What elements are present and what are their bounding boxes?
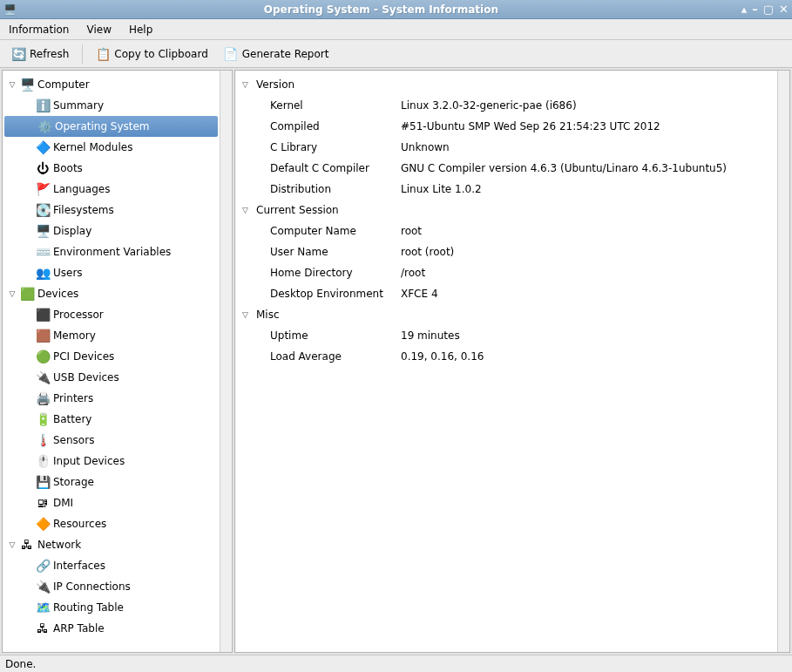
row-distribution[interactable]: Distribution Linux Lite 1.0.2 bbox=[235, 179, 777, 200]
clipboard-icon: 📋 bbox=[96, 47, 110, 61]
row-kernel[interactable]: Kernel Linux 3.2.0-32-generic-pae (i686) bbox=[235, 95, 777, 116]
tree-battery[interactable]: 🔋 Battery bbox=[3, 409, 220, 430]
tree-label: Devices bbox=[36, 288, 78, 300]
row-compiler[interactable]: Default C Compiler GNU C Compiler versio… bbox=[235, 158, 777, 179]
tree-pci-devices[interactable]: 🟢 PCI Devices bbox=[3, 346, 220, 367]
tree-label: ARP Table bbox=[51, 622, 105, 635]
menu-view[interactable]: View bbox=[83, 22, 114, 37]
tree-label: Summary bbox=[51, 99, 104, 112]
users-icon: 👥 bbox=[34, 266, 51, 280]
window-titlebar: 🖥️ Operating System - System Information… bbox=[0, 0, 792, 19]
row-uptime[interactable]: Uptime 19 minutes bbox=[235, 325, 777, 346]
tree-network[interactable]: ▽ 🖧 Network bbox=[3, 534, 220, 555]
status-text: Done. bbox=[5, 658, 36, 670]
tree-dmi[interactable]: 🖳 DMI bbox=[3, 492, 220, 513]
close-button[interactable]: ✕ bbox=[779, 3, 789, 15]
tree-summary[interactable]: ℹ️ Summary bbox=[3, 95, 220, 116]
copy-button[interactable]: 📋 Copy to Clipboard bbox=[90, 44, 213, 64]
tree-label: Network bbox=[36, 539, 81, 551]
navigation-tree-panel: ▽ 🖥️ Computer ℹ️ Summary ⚙️ Operating Sy… bbox=[2, 70, 233, 653]
scrollbar[interactable] bbox=[777, 71, 789, 652]
cpu-icon: ⬛ bbox=[34, 308, 51, 322]
tree-filesystems[interactable]: 💽 Filesystems bbox=[3, 200, 220, 221]
tree-label: Resources bbox=[51, 518, 106, 530]
chip-icon: 🟩 bbox=[18, 287, 36, 301]
expander-icon: ▽ bbox=[6, 540, 18, 549]
tree-users[interactable]: 👥 Users bbox=[3, 262, 220, 283]
info-icon: ℹ️ bbox=[34, 98, 51, 112]
value: /root bbox=[401, 267, 777, 279]
key: Desktop Environment bbox=[270, 288, 401, 300]
module-icon: 🔷 bbox=[34, 140, 51, 154]
tree-sensors[interactable]: 🌡️ Sensors bbox=[3, 430, 220, 451]
tree-boots[interactable]: ⏻ Boots bbox=[3, 158, 220, 179]
row-clibrary[interactable]: C Library Unknown bbox=[235, 137, 777, 158]
tree-label: IP Connections bbox=[51, 580, 131, 593]
tree-ip-connections[interactable]: 🔌 IP Connections bbox=[3, 576, 220, 597]
row-load-average[interactable]: Load Average 0.19, 0.16, 0.16 bbox=[235, 346, 777, 367]
value: GNU C Compiler version 4.6.3 (Ubuntu/Lin… bbox=[401, 162, 777, 174]
collapse-icon: ▽ bbox=[242, 310, 256, 319]
display-icon: 🖥️ bbox=[34, 224, 51, 238]
tree-languages[interactable]: 🚩 Languages bbox=[3, 179, 220, 200]
row-home-directory[interactable]: Home Directory /root bbox=[235, 262, 777, 283]
section-misc[interactable]: ▽ Misc bbox=[235, 304, 777, 325]
tree-label: Environment Variables bbox=[51, 246, 171, 258]
tree-memory[interactable]: 🟫 Memory bbox=[3, 325, 220, 346]
maximize-button[interactable]: ▢ bbox=[763, 3, 774, 15]
row-computer-name[interactable]: Computer Name root bbox=[235, 221, 777, 241]
content-area: ▽ 🖥️ Computer ℹ️ Summary ⚙️ Operating Sy… bbox=[0, 68, 792, 655]
navigation-tree[interactable]: ▽ 🖥️ Computer ℹ️ Summary ⚙️ Operating Sy… bbox=[3, 71, 220, 652]
tree-devices[interactable]: ▽ 🟩 Devices bbox=[3, 283, 220, 304]
section-version[interactable]: ▽ Version bbox=[235, 74, 777, 95]
tree-kernel-modules[interactable]: 🔷 Kernel Modules bbox=[3, 137, 220, 158]
row-user-name[interactable]: User Name root (root) bbox=[235, 241, 777, 262]
key: Uptime bbox=[270, 329, 401, 342]
tree-storage[interactable]: 💾 Storage bbox=[3, 472, 220, 492]
usb-icon: 🔌 bbox=[34, 370, 51, 384]
collapse-icon: ▽ bbox=[242, 80, 256, 89]
scrollbar[interactable] bbox=[220, 71, 232, 652]
generate-report-button[interactable]: 📄 Generate Report bbox=[218, 44, 335, 64]
tree-label: Processor bbox=[51, 309, 104, 321]
battery-icon: 🔋 bbox=[34, 412, 51, 426]
tree-routing-table[interactable]: 🗺️ Routing Table bbox=[3, 597, 220, 618]
value: Linux 3.2.0-32-generic-pae (i686) bbox=[401, 99, 777, 112]
row-compiled[interactable]: Compiled #51-Ubuntu SMP Wed Sep 26 21:54… bbox=[235, 116, 777, 137]
value: XFCE 4 bbox=[401, 288, 777, 300]
tree-usb-devices[interactable]: 🔌 USB Devices bbox=[3, 367, 220, 388]
interface-icon: 🔗 bbox=[34, 559, 51, 573]
tree-label: Users bbox=[51, 267, 83, 279]
row-desktop-environment[interactable]: Desktop Environment XFCE 4 bbox=[235, 283, 777, 304]
tree-operating-system[interactable]: ⚙️ Operating System bbox=[4, 116, 218, 137]
tree-arp-table[interactable]: 🖧 ARP Table bbox=[3, 618, 220, 639]
pci-icon: 🟢 bbox=[34, 350, 51, 363]
details-panel: ▽ Version Kernel Linux 3.2.0-32-generic-… bbox=[234, 70, 790, 653]
tree-label: Interfaces bbox=[51, 560, 105, 572]
arp-icon: 🖧 bbox=[34, 621, 51, 635]
window-title: Operating System - System Information bbox=[21, 3, 741, 16]
flag-icon: 🚩 bbox=[34, 182, 51, 196]
storage-icon: 💾 bbox=[34, 475, 51, 489]
tree-processor[interactable]: ⬛ Processor bbox=[3, 304, 220, 325]
menubar: Information View Help bbox=[0, 19, 792, 40]
minimize-button[interactable]: – bbox=[752, 3, 758, 15]
value: root (root) bbox=[401, 246, 777, 258]
key: Default C Compiler bbox=[270, 162, 401, 174]
power-icon: ⏻ bbox=[34, 161, 51, 175]
tree-display[interactable]: 🖥️ Display bbox=[3, 221, 220, 241]
menu-help[interactable]: Help bbox=[125, 22, 156, 37]
refresh-button[interactable]: 🔄 Refresh bbox=[5, 44, 75, 64]
tree-interfaces[interactable]: 🔗 Interfaces bbox=[3, 555, 220, 576]
shade-button[interactable]: ▴ bbox=[741, 3, 748, 15]
tree-label: PCI Devices bbox=[51, 350, 114, 363]
tree-input-devices[interactable]: 🖱️ Input Devices bbox=[3, 451, 220, 472]
tree-computer[interactable]: ▽ 🖥️ Computer bbox=[3, 74, 220, 95]
tree-printers[interactable]: 🖨️ Printers bbox=[3, 388, 220, 409]
menu-information[interactable]: Information bbox=[5, 22, 72, 37]
section-current-session[interactable]: ▽ Current Session bbox=[235, 200, 777, 221]
tree-resources[interactable]: 🔶 Resources bbox=[3, 513, 220, 534]
tree-environment-variables[interactable]: ⌨️ Environment Variables bbox=[3, 241, 220, 262]
expander-icon: ▽ bbox=[6, 80, 18, 89]
details-list[interactable]: ▽ Version Kernel Linux 3.2.0-32-generic-… bbox=[235, 71, 777, 652]
